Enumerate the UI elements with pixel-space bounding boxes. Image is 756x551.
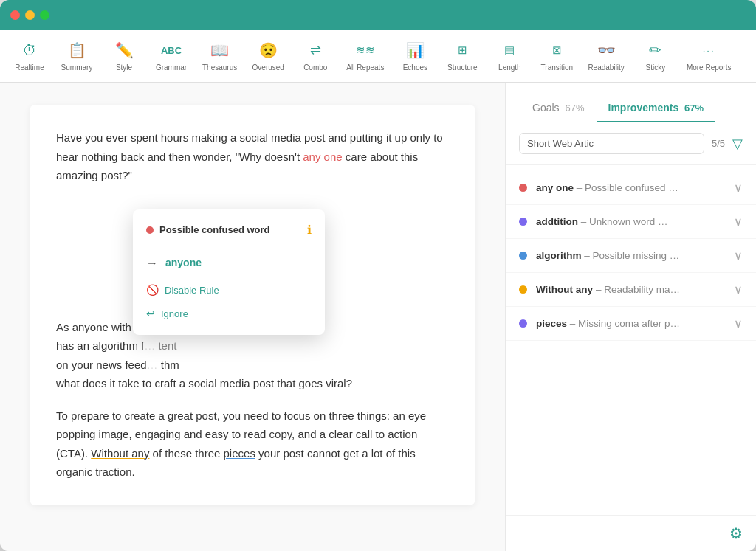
paragraph-1: Have you ever spent hours making a socia… bbox=[56, 128, 449, 185]
main-content: Have you ever spent hours making a socia… bbox=[0, 83, 756, 551]
overused-icon: 😟 bbox=[258, 40, 278, 60]
toolbar-grammar[interactable]: ABC Grammar bbox=[148, 34, 195, 77]
chevron-down-icon-1[interactable]: ∨ bbox=[734, 181, 743, 195]
disable-rule-label: Disable Rule bbox=[165, 283, 219, 299]
toolbar-thesaurus[interactable]: 📖 Thesaurus bbox=[195, 34, 244, 77]
toolbar-realtime[interactable]: ⏱ Realtime bbox=[6, 34, 53, 77]
toolbar-thesaurus-label: Thesaurus bbox=[202, 63, 237, 72]
chevron-down-icon-5[interactable]: ∨ bbox=[734, 316, 743, 330]
imp-dot-red-1 bbox=[519, 184, 527, 192]
toolbar-summary-label: Summary bbox=[61, 63, 93, 72]
toolbar-style[interactable]: ✏️ Style bbox=[100, 34, 148, 77]
imp-word-4: Without any bbox=[536, 284, 593, 295]
imp-word-5: pieces bbox=[536, 318, 567, 329]
editor-card[interactable]: Have you ever spent hours making a socia… bbox=[30, 105, 475, 505]
filter-input[interactable] bbox=[519, 133, 704, 154]
toolbar-allrepeats[interactable]: ≋≋ All Repeats bbox=[339, 34, 391, 77]
imp-dot-blue-3 bbox=[519, 252, 527, 260]
disable-rule-button[interactable]: 🚫 Disable Rule bbox=[146, 280, 312, 301]
ignore-button[interactable]: ↩ Ignore bbox=[146, 304, 312, 325]
combo-icon: ⇌ bbox=[305, 40, 326, 60]
length-icon: ▤ bbox=[499, 40, 520, 60]
toolbar-transition[interactable]: ⊠ Transition bbox=[533, 34, 580, 77]
improvement-item-2[interactable]: addtition – Unknown word … ∨ bbox=[506, 205, 756, 239]
allrepeats-icon: ≋≋ bbox=[355, 40, 376, 60]
toolbar-structure[interactable]: ⊞ Structure bbox=[439, 34, 486, 77]
arrow-right-icon: → bbox=[146, 253, 158, 273]
toolbar-realtime-label: Realtime bbox=[15, 63, 44, 72]
improvement-item-4[interactable]: Without any – Readability ma… ∨ bbox=[506, 273, 756, 307]
imp-desc-2: – Unknown word … bbox=[581, 216, 668, 227]
toolbar-morereports[interactable]: ··· More Reports bbox=[679, 34, 739, 77]
paragraph-3: To prepare to create a great post, you n… bbox=[56, 406, 449, 482]
suggestion-popup: Possible confused word ℹ → anyone 🚫 Disa… bbox=[133, 209, 325, 335]
popup-dot-red bbox=[146, 226, 154, 234]
imp-word-2: addtition bbox=[536, 216, 578, 227]
toolbar-echoes-label: Echoes bbox=[403, 63, 427, 72]
toolbar-structure-label: Structure bbox=[447, 63, 478, 72]
style-icon: ✏️ bbox=[114, 40, 134, 60]
titlebar bbox=[0, 0, 756, 30]
grammar-icon: ABC bbox=[161, 40, 182, 60]
traffic-lights bbox=[10, 10, 49, 20]
readability-icon: 👓 bbox=[596, 40, 616, 60]
toolbar-length-label: Length bbox=[498, 63, 521, 72]
morereports-icon: ··· bbox=[698, 40, 719, 60]
close-button[interactable] bbox=[10, 10, 20, 20]
settings-icon[interactable]: ⚙ bbox=[729, 524, 743, 542]
improvements-list: any one – Possible confused … ∨ addtitio… bbox=[506, 165, 756, 515]
minimize-button[interactable] bbox=[25, 10, 35, 20]
transition-icon: ⊠ bbox=[546, 40, 567, 60]
imp-word-1: any one bbox=[536, 182, 574, 193]
toolbar-combo-label: Combo bbox=[303, 63, 327, 72]
app-window: ⏱ Realtime 📋 Summary ✏️ Style ABC Gramma… bbox=[0, 0, 756, 551]
toolbar-summary[interactable]: 📋 Summary bbox=[53, 34, 100, 77]
toolbar-readability[interactable]: 👓 Readability bbox=[580, 34, 631, 77]
improvements-percentage: 67% bbox=[684, 103, 704, 114]
disable-icon: 🚫 bbox=[146, 282, 159, 299]
toolbar-combo[interactable]: ⇌ Combo bbox=[292, 34, 339, 77]
imp-desc-4: – Readability ma… bbox=[596, 284, 680, 295]
pieces-highlight[interactable]: pieces bbox=[224, 447, 255, 460]
chevron-down-icon-4[interactable]: ∨ bbox=[734, 283, 743, 297]
imp-dot-purple-2 bbox=[519, 218, 527, 226]
any-one-highlight[interactable]: any one bbox=[303, 150, 342, 163]
editor-area: Have you ever spent hours making a socia… bbox=[0, 83, 505, 551]
thesaurus-icon: 📖 bbox=[210, 40, 230, 60]
chevron-down-icon-3[interactable]: ∨ bbox=[734, 249, 743, 263]
toolbar-transition-label: Transition bbox=[541, 63, 574, 72]
filter-icon[interactable]: ▽ bbox=[732, 136, 743, 152]
goals-percentage: 67% bbox=[565, 103, 584, 114]
chevron-down-icon-2[interactable]: ∨ bbox=[734, 215, 743, 229]
toolbar: ⏱ Realtime 📋 Summary ✏️ Style ABC Gramma… bbox=[0, 30, 756, 83]
toolbar-length[interactable]: ▤ Length bbox=[486, 34, 533, 77]
tab-improvements[interactable]: Improvements 67% bbox=[597, 94, 716, 122]
sidebar-tabs: Goals 67% Improvements 67% bbox=[506, 83, 756, 122]
sidebar-footer: ⚙ bbox=[506, 515, 756, 551]
toolbar-grammar-label: Grammar bbox=[156, 63, 187, 72]
improvement-item-1[interactable]: any one – Possible confused … ∨ bbox=[506, 171, 756, 205]
imp-text-1: any one – Possible confused … bbox=[536, 182, 725, 193]
toolbar-allrepeats-label: All Repeats bbox=[346, 63, 384, 72]
tab-goals[interactable]: Goals 67% bbox=[520, 94, 597, 122]
improvement-item-3[interactable]: algorithm – Possible missing … ∨ bbox=[506, 239, 756, 273]
imp-word-3: algorithm bbox=[536, 250, 582, 261]
toolbar-echoes[interactable]: 📊 Echoes bbox=[391, 34, 439, 77]
realtime-icon: ⏱ bbox=[19, 40, 40, 60]
imp-text-3: algorithm – Possible missing … bbox=[536, 250, 725, 261]
popup-suggestion: → anyone bbox=[146, 249, 312, 277]
algorithm-highlight[interactable]: thm bbox=[161, 358, 179, 371]
suggestion-word[interactable]: anyone bbox=[165, 254, 202, 272]
toolbar-style-label: Style bbox=[116, 63, 132, 72]
imp-text-4: Without any – Readability ma… bbox=[536, 284, 725, 295]
info-icon[interactable]: ℹ bbox=[307, 220, 312, 240]
without-any-highlight[interactable]: Without any bbox=[91, 447, 149, 460]
imp-text-5: pieces – Missing coma after p… bbox=[536, 318, 725, 329]
toolbar-sticky[interactable]: ✏ Sticky bbox=[632, 34, 679, 77]
sidebar: Goals 67% Improvements 67% 5/5 ▽ bbox=[505, 83, 756, 551]
toolbar-overused[interactable]: 😟 Overused bbox=[244, 34, 292, 77]
popup-title-row: Possible confused word bbox=[146, 222, 270, 238]
improvement-item-5[interactable]: pieces – Missing coma after p… ∨ bbox=[506, 307, 756, 341]
toolbar-readability-label: Readability bbox=[588, 63, 624, 72]
maximize-button[interactable] bbox=[40, 10, 49, 20]
